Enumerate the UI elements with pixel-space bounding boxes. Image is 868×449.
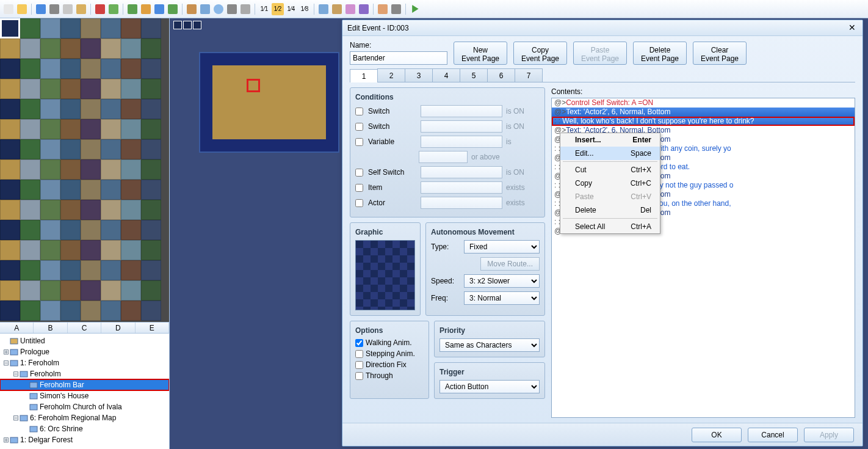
walking-anim-checkbox[interactable]: [355, 339, 363, 347]
copy-button[interactable]: [62, 3, 74, 15]
tile[interactable]: [40, 220, 60, 240]
tile[interactable]: [20, 139, 40, 159]
tile[interactable]: [0, 240, 20, 260]
tile[interactable]: [141, 79, 161, 99]
tile[interactable]: [81, 59, 101, 79]
tileset-palette[interactable]: [0, 18, 169, 322]
tile[interactable]: [141, 280, 161, 301]
tile[interactable]: [20, 260, 40, 280]
rect-button[interactable]: [199, 3, 211, 15]
condition-field[interactable]: [421, 181, 502, 194]
tile[interactable]: [101, 139, 121, 159]
tile[interactable]: [20, 159, 40, 180]
tree-item[interactable]: Untitled: [0, 335, 169, 346]
tile[interactable]: [20, 99, 40, 119]
tile[interactable]: [81, 280, 101, 301]
tile[interactable]: [60, 99, 81, 119]
tile[interactable]: [81, 200, 101, 220]
tile[interactable]: [101, 280, 121, 301]
tile[interactable]: [101, 240, 121, 260]
tile[interactable]: [60, 180, 81, 200]
through-checkbox[interactable]: [355, 372, 363, 380]
direction-fix-checkbox[interactable]: [355, 361, 363, 369]
tile[interactable]: [20, 280, 40, 301]
shadow-button[interactable]: [239, 3, 251, 15]
tile[interactable]: [40, 18, 60, 38]
command-line[interactable]: @>Control Self Switch: A =ON: [552, 98, 855, 108]
tile[interactable]: [60, 240, 81, 260]
tile[interactable]: [0, 119, 20, 139]
tileset-tab[interactable]: C: [68, 323, 101, 333]
tile[interactable]: [0, 139, 20, 159]
speed-select[interactable]: 3: x2 Slower: [464, 274, 540, 288]
play-button[interactable]: [409, 3, 421, 15]
tile[interactable]: [60, 79, 81, 99]
tile[interactable]: [121, 200, 141, 220]
tile[interactable]: [81, 159, 101, 180]
tile[interactable]: [20, 38, 40, 59]
tile[interactable]: [121, 220, 141, 240]
tile[interactable]: [101, 220, 121, 240]
tile[interactable]: [0, 200, 20, 220]
tile[interactable]: [121, 139, 141, 159]
context-menu-item[interactable]: Insert...Enter: [560, 133, 660, 147]
condition-field[interactable]: [421, 136, 502, 148]
tile[interactable]: [20, 79, 40, 99]
tileset-tab-labels[interactable]: ABCDE: [0, 322, 169, 333]
layer1-button[interactable]: [140, 3, 152, 15]
event-page-tab[interactable]: 1: [350, 69, 378, 82]
database-button[interactable]: [317, 3, 330, 15]
tile[interactable]: [20, 220, 40, 240]
tile[interactable]: [60, 280, 81, 301]
tile[interactable]: [101, 119, 121, 139]
context-menu-item[interactable]: CopyCtrl+C: [560, 177, 660, 190]
command-line[interactable]: @>Text: 'Actor2', 6, Normal, Bottom: [552, 108, 855, 117]
tile[interactable]: [81, 220, 101, 240]
condition-checkbox[interactable]: [355, 169, 363, 177]
tile[interactable]: [60, 159, 81, 180]
condition-field[interactable]: [421, 197, 502, 209]
tile[interactable]: [141, 180, 161, 200]
map-tree[interactable]: Untitled⊞Prologue⊟1: Feroholm⊟FeroholmFe…: [0, 333, 169, 449]
sound-button[interactable]: [344, 3, 356, 15]
scale-1-1-button[interactable]: 1⁄1: [258, 3, 270, 15]
dialog-titlebar[interactable]: Edit Event - ID:003 ✕: [342, 20, 863, 36]
tile[interactable]: [0, 79, 20, 99]
tile[interactable]: [40, 139, 60, 159]
music-button[interactable]: [358, 3, 370, 15]
tile[interactable]: [0, 301, 20, 321]
map-layer-tab[interactable]: [173, 21, 182, 29]
context-menu-item[interactable]: CutCtrl+X: [560, 163, 660, 177]
tile[interactable]: [101, 301, 121, 321]
tile[interactable]: [20, 59, 40, 79]
tile[interactable]: [141, 38, 161, 59]
tile[interactable]: [40, 119, 60, 139]
tile[interactable]: [40, 38, 60, 59]
tile[interactable]: [101, 59, 121, 79]
condition-checkbox[interactable]: [355, 138, 363, 146]
tile[interactable]: [20, 240, 40, 260]
tile[interactable]: [60, 38, 81, 59]
freq-select[interactable]: 3: Normal: [464, 291, 540, 305]
tile[interactable]: [121, 280, 141, 301]
tree-item[interactable]: Feroholm Church of Ivala: [0, 401, 169, 412]
cut-button[interactable]: [48, 3, 60, 15]
tile[interactable]: [60, 59, 81, 79]
layer2-button[interactable]: [153, 3, 165, 15]
undo-button[interactable]: [107, 3, 120, 15]
tile[interactable]: [121, 159, 141, 180]
tile[interactable]: [60, 260, 81, 280]
tile[interactable]: [0, 260, 20, 280]
tile[interactable]: [141, 18, 161, 38]
condition-field[interactable]: [421, 105, 502, 117]
copy-event-page-button[interactable]: Copy Event Page: [513, 42, 567, 65]
tile[interactable]: [20, 200, 40, 220]
tree-item[interactable]: Feroholm Bar: [0, 379, 169, 390]
tileset-tab[interactable]: E: [136, 323, 169, 333]
tile[interactable]: [141, 59, 161, 79]
tile[interactable]: [101, 200, 121, 220]
event-page-tab[interactable]: 3: [405, 68, 433, 82]
event-page-tab[interactable]: 5: [460, 68, 488, 82]
tile[interactable]: [81, 99, 101, 119]
scale-1-4-button[interactable]: 1⁄4: [285, 3, 297, 15]
